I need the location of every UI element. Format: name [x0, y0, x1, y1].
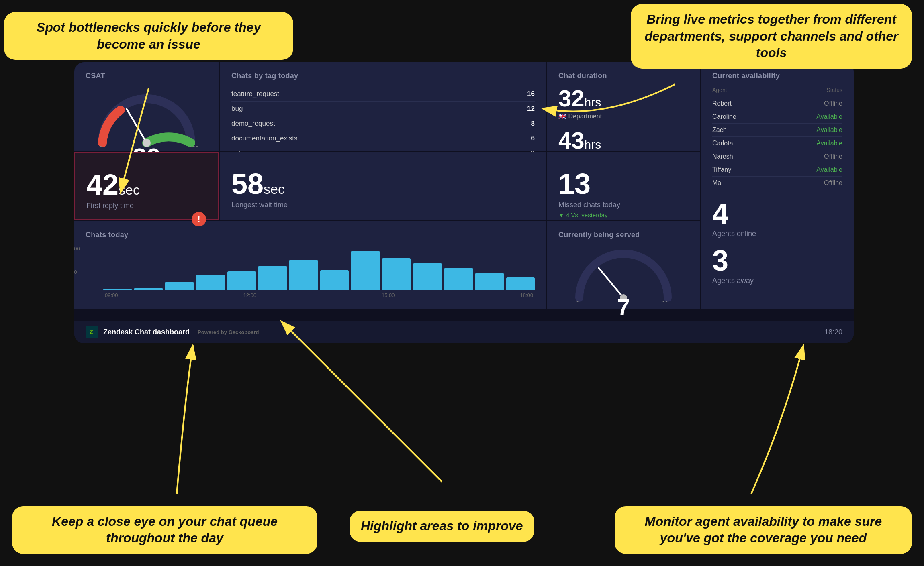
csat-widget: CSAT 0 100 89 — [74, 62, 219, 151]
agents-online-label: Agents online — [712, 230, 842, 238]
csat-gauge-svg: 0 100 — [90, 87, 203, 147]
duration-unit-1: hrs — [585, 96, 601, 109]
svg-line-1 — [127, 109, 147, 143]
agents-away-label: Agents away — [712, 277, 842, 285]
chats-today-widget: Chats today 100 50 0 09:00 12:00 15:00 1… — [74, 221, 546, 309]
footer-powered: Powered by Geckoboard — [198, 329, 259, 335]
duration-dept-1: 🇬🇧 Department — [558, 112, 689, 120]
chart-bar — [196, 275, 225, 290]
csat-title: CSAT — [86, 72, 208, 80]
x-label-15: 15:00 — [382, 292, 395, 298]
tag-row: bug12 — [231, 102, 535, 116]
svg-text:Z: Z — [90, 329, 93, 335]
agent-row: TiffanyAvailable — [712, 163, 842, 177]
chart-bar — [103, 289, 132, 290]
agent-status: Available — [816, 166, 842, 173]
longest-wait-widget: 58sec Longest wait time — [220, 152, 546, 220]
missed-chats-widget: 13 Missed chats today ▼ 4 Vs. yesterday — [547, 152, 700, 220]
svg-text:0: 0 — [99, 145, 102, 147]
agent-row: NareshOffline — [712, 150, 842, 163]
duration-value-2: 43 — [558, 127, 585, 153]
agent-row: RobertOffline — [712, 97, 842, 110]
chart-bar — [413, 263, 442, 290]
svg-text:100: 100 — [189, 145, 199, 147]
served-title: Currently being served — [558, 231, 689, 239]
chart-bar — [134, 288, 163, 290]
zendesk-logo-svg: Z — [88, 328, 96, 336]
longest-wait-label: Longest wait time — [231, 201, 535, 209]
x-label-12: 12:00 — [243, 292, 256, 298]
chart-bar — [506, 277, 535, 290]
agent-name: Caroline — [712, 113, 736, 120]
svg-text:20: 20 — [662, 300, 668, 302]
duration-widget: Chat duration 32hrs 🇬🇧 Department 43hrs … — [547, 62, 700, 151]
annotation-bottom-left: Keep a close eye on your chat queue thro… — [12, 506, 317, 554]
agent-list: RobertOfflineCarolineAvailableZachAvaila… — [712, 97, 842, 189]
dashboard-footer: Z Zendesk Chat dashboard Powered by Geck… — [74, 321, 854, 343]
y-label-0: 0 — [74, 292, 80, 298]
first-reply-value: 42 — [86, 169, 119, 201]
served-widget: Currently being served 0 20 7 — [547, 221, 700, 309]
served-gauge-svg: 0 20 — [571, 246, 676, 302]
agent-table-header: Agent Status — [712, 87, 842, 93]
tag-name: bug — [231, 105, 243, 113]
tag-count: 6 — [531, 134, 535, 143]
tag-name: feature_request — [231, 90, 279, 98]
first-reply-unit: sec — [119, 182, 140, 197]
bar-chart-x-labels: 09:00 12:00 15:00 18:00 — [103, 292, 535, 298]
agent-name: Naresh — [712, 153, 733, 160]
chart-bar — [320, 270, 349, 290]
missed-chats-label: Missed chats today — [558, 201, 689, 209]
first-reply-widget: 42sec First reply time ! — [74, 152, 219, 220]
tag-name: documentation_exists — [231, 134, 297, 143]
x-label-09: 09:00 — [105, 292, 118, 298]
bar-chart — [103, 246, 535, 290]
agents-away-count: 3 — [712, 246, 842, 275]
alert-icon: ! — [192, 212, 206, 226]
agent-row: CarlotaAvailable — [712, 137, 842, 150]
tag-count: 16 — [527, 90, 535, 98]
zendesk-icon: Z — [86, 326, 98, 338]
agent-status: Available — [816, 113, 842, 120]
chart-bar — [258, 266, 287, 290]
availability-title: Current availability — [712, 72, 842, 80]
x-label-18: 18:00 — [520, 292, 533, 298]
agent-status: Offline — [824, 100, 842, 107]
tags-widget: Chats by tag today feature_request16bug1… — [220, 62, 546, 151]
agent-row: MaiOffline — [712, 177, 842, 189]
chart-bar — [382, 258, 411, 290]
tags-list: feature_request16bug12demo_request8docum… — [231, 87, 535, 161]
agent-row: ZachAvailable — [712, 124, 842, 137]
footer-brand: Z Zendesk Chat dashboard Powered by Geck… — [86, 326, 259, 338]
annotation-top-left: Spot bottlenecks quickly before they bec… — [4, 12, 293, 60]
agent-row: CarolineAvailable — [712, 110, 842, 124]
svg-line-5 — [599, 268, 623, 298]
first-reply-label: First reply time — [86, 202, 207, 210]
tag-name: demo_request — [231, 120, 275, 128]
agent-status: Offline — [824, 153, 842, 160]
duration-entry-1: 32hrs 🇬🇧 Department — [558, 87, 689, 120]
missed-chats-value: 13 — [558, 168, 591, 200]
duration-title: Chat duration — [558, 72, 689, 80]
chart-wrapper: 100 50 0 09:00 12:00 15:00 18:00 — [86, 246, 535, 298]
agents-online-count: 4 — [712, 199, 842, 228]
agent-name: Zach — [712, 126, 727, 134]
chart-bar — [444, 268, 473, 290]
chart-bar — [289, 260, 318, 290]
duration-value-1: 32 — [558, 85, 585, 111]
chart-bar — [475, 273, 504, 290]
tag-row: demo_request8 — [231, 116, 535, 131]
served-value: 7 — [617, 294, 630, 320]
agent-status: Available — [816, 126, 842, 134]
chart-bar — [227, 271, 256, 290]
chats-today-title: Chats today — [86, 231, 535, 239]
tag-count: 12 — [527, 105, 535, 113]
tags-title: Chats by tag today — [231, 72, 535, 80]
agent-name: Mai — [712, 179, 723, 187]
dashboard: CSAT 0 100 89 — [74, 62, 854, 343]
agent-name: Robert — [712, 100, 732, 107]
served-gauge: 0 20 7 — [558, 246, 689, 320]
agent-status: Offline — [824, 179, 842, 187]
status-col-header: Status — [826, 87, 842, 93]
chart-y-labels: 100 50 0 — [74, 246, 80, 298]
